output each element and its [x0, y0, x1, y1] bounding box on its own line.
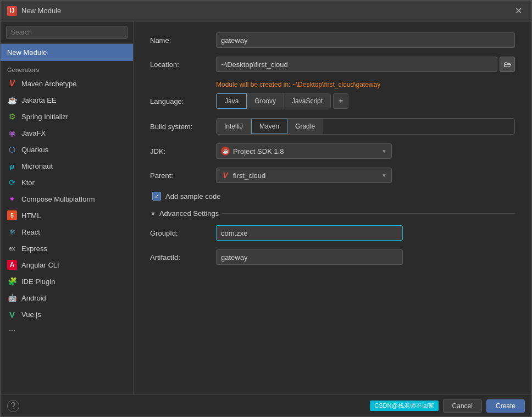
maven-icon: V — [7, 79, 17, 88]
groupid-field — [216, 225, 515, 241]
advanced-section: ▼ Advanced Settings GroupId: ArtifactId: — [150, 209, 515, 265]
build-gradle-button[interactable]: Gradle — [287, 119, 323, 134]
sidebar-list: V Maven Archetype ☕ Jakarta EE ⚙ Spring … — [1, 75, 133, 394]
sidebar-item-angular-cli[interactable]: A Angular CLI — [1, 257, 133, 273]
sidebar-item-label: Angular CLI — [21, 261, 59, 269]
name-field — [216, 32, 515, 48]
parent-row: Parent: V first_cloud ▼ — [150, 168, 515, 183]
more-icon: ⋯ — [7, 326, 17, 336]
sidebar-item-label: Micronaut — [21, 162, 53, 170]
groupid-label: GroupId: — [150, 229, 216, 237]
parent-field: V first_cloud ▼ — [216, 168, 515, 183]
sidebar-item-jakarta-ee[interactable]: ☕ Jakarta EE — [1, 92, 133, 108]
cancel-button[interactable]: Cancel — [443, 399, 482, 413]
build-intellij-button[interactable]: IntelliJ — [217, 119, 251, 134]
advanced-toggle[interactable]: ▼ — [150, 210, 156, 217]
parent-icon: V — [221, 171, 230, 180]
sidebar-item-more[interactable]: ⋯ — [1, 323, 133, 339]
artifactid-field — [216, 249, 515, 265]
jdk-dropdown-arrow: ▼ — [381, 148, 387, 154]
location-row: Location: 🗁 — [150, 57, 515, 72]
sidebar-item-react[interactable]: ⚛ React — [1, 224, 133, 240]
groupid-row: GroupId: — [150, 225, 515, 241]
sample-code-row: ✓ Add sample code — [150, 192, 515, 201]
parent-value: first_cloud — [233, 171, 265, 180]
language-groovy-button[interactable]: Groovy — [247, 93, 284, 109]
sidebar-item-label: React — [21, 228, 40, 236]
quarkus-icon: ⬡ — [7, 144, 17, 154]
browse-folder-button[interactable]: 🗁 — [500, 57, 515, 72]
sidebar-item-label: Android — [21, 294, 46, 302]
parent-dropdown-arrow: ▼ — [381, 173, 387, 179]
sidebar-item-label: Ktor — [21, 179, 35, 187]
language-javascript-button[interactable]: JavaScript — [284, 93, 330, 109]
sidebar-item-label: Compose Multiplatform — [21, 195, 95, 203]
sidebar-item-quarkus[interactable]: ⬡ Quarkus — [1, 141, 133, 158]
language-java-button[interactable]: Java — [217, 93, 247, 109]
build-system-row: Build system: IntelliJ Maven Gradle — [150, 118, 515, 135]
sidebar-item-android[interactable]: 🤖 Android — [1, 290, 133, 306]
location-field: 🗁 — [216, 57, 515, 72]
build-system-button-group: IntelliJ Maven Gradle — [216, 118, 515, 135]
search-input[interactable] — [6, 26, 128, 39]
sidebar-item-html[interactable]: 5 HTML — [1, 207, 133, 224]
jdk-value: Project SDK 1.8 — [233, 147, 284, 155]
sidebar-item-express[interactable]: ex Express — [1, 240, 133, 257]
sidebar-item-label: HTML — [21, 212, 41, 220]
sidebar-item-vue[interactable]: V Vue.js — [1, 306, 133, 323]
help-button[interactable]: ? — [7, 400, 19, 412]
sidebar: New Module Generators V Maven Archetype … — [1, 21, 134, 394]
sidebar-item-ktor[interactable]: ⟳ Ktor — [1, 174, 133, 191]
language-label: Language: — [150, 97, 216, 105]
vue-icon: V — [7, 309, 17, 319]
jdk-label: JDK: — [150, 147, 216, 155]
ide-plugin-icon: 🧩 — [7, 276, 17, 286]
sidebar-item-compose-multiplatform[interactable]: ✦ Compose Multiplatform — [1, 191, 133, 207]
dialog-title: New Module — [21, 7, 61, 15]
ktor-icon: ⟳ — [7, 177, 17, 187]
advanced-header: ▼ Advanced Settings — [150, 209, 515, 218]
build-maven-button[interactable]: Maven — [251, 119, 287, 134]
add-language-button[interactable]: + — [333, 93, 348, 109]
sidebar-item-label: Spring Initializr — [21, 113, 68, 121]
close-button[interactable]: ✕ — [512, 4, 525, 18]
sidebar-item-ide-plugin[interactable]: 🧩 IDE Plugin — [1, 273, 133, 290]
language-row: Language: Java Groovy JavaScript + — [150, 93, 515, 109]
sidebar-item-spring-initializr[interactable]: ⚙ Spring Initializr — [1, 108, 133, 125]
name-label: Name: — [150, 36, 216, 45]
search-bar — [1, 21, 133, 44]
jdk-field: ☕ Project SDK 1.8 ▼ — [216, 143, 515, 159]
sidebar-item-label: Vue.js — [21, 310, 41, 319]
groupid-input[interactable] — [216, 225, 403, 241]
name-input[interactable] — [216, 32, 515, 48]
sidebar-item-label: Quarkus — [21, 146, 48, 154]
parent-dropdown[interactable]: V first_cloud ▼ — [216, 168, 392, 183]
angular-icon: A — [7, 260, 17, 270]
language-button-group: Java Groovy JavaScript — [216, 93, 331, 109]
create-button[interactable]: Create — [486, 399, 525, 413]
advanced-label: Advanced Settings — [159, 209, 219, 218]
jdk-dropdown[interactable]: ☕ Project SDK 1.8 ▼ — [216, 143, 392, 159]
module-path-hint: Module will be created in: ~\Desktop\fir… — [216, 81, 515, 88]
sidebar-item-label: Jakarta EE — [21, 96, 57, 104]
express-icon: ex — [7, 243, 17, 253]
main-content: Name: Location: 🗁 Module will be created… — [134, 21, 531, 394]
jdk-row: JDK: ☕ Project SDK 1.8 ▼ — [150, 143, 515, 159]
title-bar: IJ New Module ✕ — [1, 1, 531, 21]
parent-label: Parent: — [150, 171, 216, 180]
html-icon: 5 — [7, 210, 17, 220]
location-input[interactable] — [216, 57, 497, 72]
sample-code-checkbox[interactable]: ✓ — [152, 192, 161, 201]
artifactid-label: ArtifactId: — [150, 253, 216, 262]
app-icon: IJ — [7, 6, 17, 16]
micronaut-icon: μ — [7, 161, 17, 171]
active-sidebar-item[interactable]: New Module — [1, 44, 133, 61]
sample-code-label: Add sample code — [165, 192, 220, 201]
artifactid-input[interactable] — [216, 249, 403, 265]
sidebar-item-javafx[interactable]: ◉ JavaFX — [1, 125, 133, 141]
location-label: Location: — [150, 60, 216, 69]
sidebar-item-micronaut[interactable]: μ Micronaut — [1, 158, 133, 174]
watermark: CSDN@栈老师不回家 — [370, 401, 438, 411]
sidebar-item-maven-archetype[interactable]: V Maven Archetype — [1, 75, 133, 92]
sidebar-item-label: Express — [21, 244, 47, 253]
